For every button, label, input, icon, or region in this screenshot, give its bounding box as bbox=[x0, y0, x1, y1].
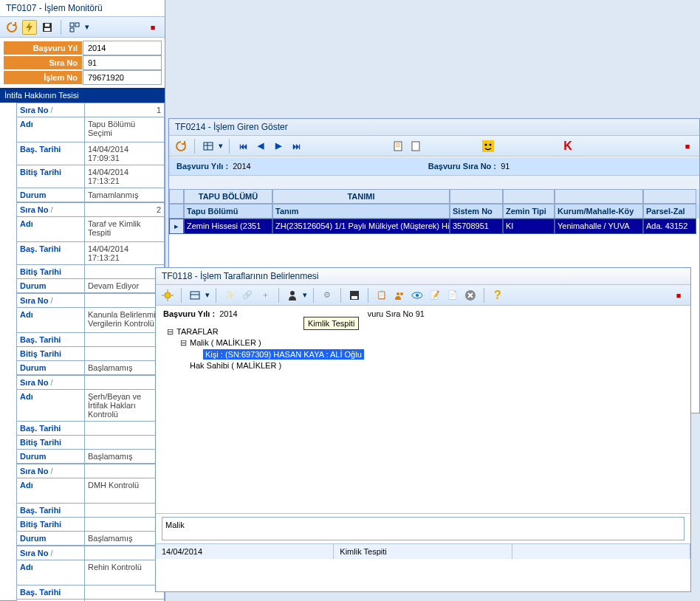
clipboard-icon[interactable]: 📋 bbox=[374, 288, 389, 303]
bolt-icon[interactable] bbox=[22, 20, 37, 35]
wand-icon: ✨ bbox=[222, 288, 237, 303]
lbl-basvuru-yili: Başvuru Yılı : bbox=[163, 309, 215, 318]
svg-point-29 bbox=[416, 294, 419, 297]
face-icon[interactable] bbox=[481, 139, 495, 154]
nav-prev-icon[interactable]: ◀ bbox=[253, 139, 268, 154]
col-group-tapu: TAPU BÖLÜMÜ bbox=[184, 189, 272, 204]
grid-icon[interactable] bbox=[188, 288, 202, 303]
svg-rect-13 bbox=[482, 140, 494, 152]
process-name-strip: İntifa Hakkının Tesisi bbox=[0, 88, 165, 103]
col-parsel[interactable]: Parsel-Zal bbox=[643, 204, 696, 219]
cell-parsel: Ada. 43152 bbox=[643, 219, 696, 234]
svg-point-14 bbox=[485, 143, 487, 145]
value-sira-no[interactable]: 91 bbox=[83, 55, 162, 70]
monitor-item[interactable]: Sıra No1AdıTapu Bölümü SeçimiBaş. Tarihi… bbox=[16, 103, 165, 202]
tree-haksahibi[interactable]: Hak Sahibi ( MALİKLER ) bbox=[163, 360, 683, 371]
cell-kurum: Yenimahalle / YUVA bbox=[555, 219, 643, 234]
svg-point-27 bbox=[400, 292, 403, 295]
status-bar: 14/04/2014 Kimlik Tespiti bbox=[156, 543, 690, 559]
refresh-icon[interactable] bbox=[4, 20, 19, 35]
grid-header-group: TAPU BÖLÜMÜTANIMI bbox=[169, 189, 699, 204]
layout-icon[interactable] bbox=[67, 20, 82, 35]
doc-icon[interactable] bbox=[391, 139, 405, 154]
dropdown-icon[interactable]: ▾ bbox=[205, 290, 210, 300]
k-icon[interactable]: K bbox=[560, 139, 575, 154]
col-tapu[interactable]: Tapu Bölümü bbox=[184, 204, 272, 219]
label-basvuru-yil: Başvuru Yıl bbox=[3, 41, 83, 55]
val-sira-no: 91 bbox=[416, 309, 425, 318]
person-icon[interactable] bbox=[285, 288, 300, 303]
toolbar: ▾ ⏮ ◀ ▶ ⏭ K ■ bbox=[169, 136, 699, 157]
sun-icon[interactable] bbox=[160, 288, 175, 303]
val-basvuru-yili: 2014 bbox=[233, 162, 250, 171]
edit1-icon[interactable]: 📝 bbox=[428, 288, 442, 303]
col-tanim[interactable]: Tanım bbox=[272, 204, 450, 219]
nav-last-icon[interactable]: ⏭ bbox=[289, 139, 303, 154]
status-date: 14/04/2014 bbox=[156, 544, 334, 559]
cell-sistem: 35708951 bbox=[450, 219, 503, 234]
status-empty bbox=[512, 544, 690, 559]
window-islem-monitoru: TF0107 - İşlem Monitörü ▾ ■ Başvuru Yıl2… bbox=[0, 0, 165, 601]
label-islem-no: İşlem No bbox=[3, 70, 83, 85]
tree-kisi-selected[interactable]: Kişi : (SN:697309) HASAN KAYA : ALİ Oğlu bbox=[163, 348, 683, 360]
lbl-sira-no: vuru Sıra No bbox=[368, 309, 414, 318]
col-sistem[interactable]: Sistem No bbox=[450, 204, 503, 219]
eye-icon[interactable] bbox=[410, 288, 425, 303]
monitor-item[interactable]: Sıra No3AdıKanunla Belirlenmiş Vergileri… bbox=[16, 293, 165, 375]
tree-malik[interactable]: ⊟Malik ( MALİKLER ) bbox=[163, 337, 683, 348]
edit2-icon[interactable]: 📄 bbox=[445, 288, 460, 303]
svg-point-15 bbox=[490, 143, 492, 145]
nav-first-icon[interactable]: ⏮ bbox=[236, 139, 250, 154]
save-icon[interactable] bbox=[347, 288, 362, 303]
lbl-basvuru-yili: Başvuru Yılı : bbox=[176, 162, 228, 171]
red-icon[interactable]: ■ bbox=[671, 288, 686, 303]
row-indicator: ▸ bbox=[169, 219, 184, 234]
dropdown2-icon[interactable]: ▾ bbox=[303, 290, 307, 300]
titlebar: TF0107 - İşlem Monitörü bbox=[0, 0, 165, 17]
monitor-item[interactable]: Sıra No5AdıDMH KontrolüBaş. TarihiBitiş … bbox=[16, 464, 165, 546]
grid-icon[interactable] bbox=[201, 139, 216, 154]
svg-rect-25 bbox=[351, 296, 357, 299]
link-icon: 🔗 bbox=[240, 288, 255, 303]
dropdown-icon[interactable]: ▾ bbox=[85, 22, 89, 32]
value-basvuru-yil[interactable]: 2014 bbox=[83, 41, 162, 55]
monitor-item[interactable]: Sıra No2AdıTaraf ve Kimlik TespitiBaş. T… bbox=[16, 202, 165, 293]
header-info: Başvuru Yılı : 2014 Başvuru Sıra No : 91 bbox=[169, 157, 699, 176]
refresh-icon[interactable] bbox=[174, 139, 188, 154]
cell-tanim: ZH(235126054) 1/1 Paylı Mülkiyet (Müşter… bbox=[272, 219, 450, 234]
grid-header: Tapu Bölümü Tanım Sistem No Zemin Tipi K… bbox=[169, 204, 699, 219]
svg-rect-1 bbox=[44, 28, 50, 31]
page-icon[interactable] bbox=[408, 139, 423, 154]
titlebar: TF0214 - İşlem Giren Göster bbox=[169, 119, 699, 136]
svg-point-23 bbox=[290, 291, 295, 295]
dropdown-icon[interactable]: ▾ bbox=[219, 141, 223, 151]
tooltip-kimlik: Kimlik Tespiti bbox=[303, 317, 359, 330]
people-icon[interactable] bbox=[392, 288, 407, 303]
grid-row-selected[interactable]: ▸ Zemin Hissesi (2351 ZH(235126054) 1/1 … bbox=[169, 219, 699, 234]
col-kurum[interactable]: Kurum/Mahalle-Köy bbox=[555, 204, 643, 219]
help-icon[interactable]: ? bbox=[490, 288, 505, 303]
red-icon[interactable]: ■ bbox=[145, 20, 160, 35]
toolbar: ▾ ✨ 🔗 ＋ ▾ ⚙ 📋 📝 📄 ? ■ bbox=[156, 285, 690, 306]
monitor-item[interactable]: Sıra No4AdıŞerh/Beyan ve İrtifak Hakları… bbox=[16, 375, 165, 464]
val-sira-no: 91 bbox=[501, 162, 509, 171]
status-step: Kimlik Tespiti bbox=[334, 544, 512, 559]
monitor-list: Sıra No1AdıTapu Bölümü SeçimiBaş. Tarihi… bbox=[16, 103, 165, 601]
value-islem-no[interactable]: 79671920 bbox=[83, 70, 162, 85]
svg-rect-21 bbox=[191, 292, 199, 299]
tree-view[interactable]: ⊟TARAFLAR ⊟Malik ( MALİKLER ) Kişi : (SN… bbox=[156, 322, 690, 514]
col-zemin[interactable]: Zemin Tipi bbox=[503, 204, 555, 219]
red-icon[interactable]: ■ bbox=[680, 139, 695, 154]
gear-icon: ⚙ bbox=[320, 288, 334, 303]
tree-root[interactable]: ⊟TARAFLAR bbox=[163, 326, 683, 337]
nav-next-icon[interactable]: ▶ bbox=[271, 139, 286, 154]
monitor-item[interactable]: Sıra No6AdıRehin KontrolüBaş. TarihiBiti… bbox=[16, 546, 165, 601]
close-icon[interactable] bbox=[463, 288, 478, 303]
col-group-tanim: TANIMI bbox=[272, 189, 450, 204]
svg-point-16 bbox=[165, 292, 171, 298]
header-info: Başvuru Yılı : 2014 vuru Sıra No 91 bbox=[156, 306, 690, 322]
svg-rect-3 bbox=[70, 23, 74, 27]
save-icon[interactable] bbox=[40, 20, 55, 35]
svg-rect-4 bbox=[75, 23, 79, 27]
svg-rect-12 bbox=[412, 142, 419, 151]
